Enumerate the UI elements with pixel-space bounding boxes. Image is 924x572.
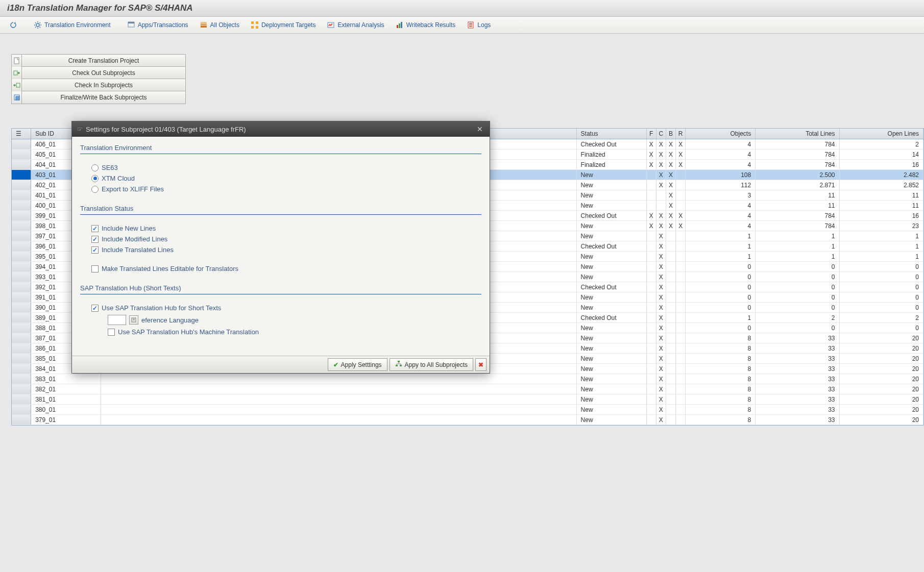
row-handle[interactable] (12, 364, 31, 374)
cell-b: X (666, 201, 675, 211)
chk-mod-row[interactable]: Include Modified Lines (80, 234, 481, 244)
row-handle[interactable] (12, 262, 31, 272)
table-row[interactable]: 383_01NewX83320 (12, 374, 923, 384)
checkbox-use-sth[interactable] (91, 305, 99, 312)
row-handle[interactable] (12, 333, 31, 343)
row-handle[interactable] (12, 150, 31, 160)
row-handle[interactable] (12, 241, 31, 252)
table-row[interactable]: 380_01NewX83320 (12, 405, 923, 415)
chk-sth-mt-label: Use SAP Translation Hub's Machine Transl… (118, 328, 259, 336)
chk-editable-row[interactable]: Make Translated Lines Editable for Trans… (80, 263, 481, 274)
cell-b (666, 374, 675, 384)
value-help-button[interactable] (129, 315, 138, 325)
checkbox-make-editable[interactable] (91, 265, 99, 272)
chk-sth-mt-row[interactable]: Use SAP Translation Hub's Machine Transl… (80, 327, 481, 337)
cell-total: 33 (756, 354, 839, 364)
row-handle[interactable] (12, 180, 31, 190)
tab-external-analysis[interactable]: External Analysis (323, 19, 388, 31)
cell-b: X (666, 180, 675, 190)
row-handle[interactable] (12, 231, 31, 241)
cell-total: 2.500 (756, 170, 839, 180)
row-handle[interactable] (12, 374, 31, 384)
checkin-subprojects-button[interactable]: Check In Subprojects (12, 79, 185, 91)
col-c[interactable]: C (656, 129, 666, 139)
table-row[interactable]: 381_01NewX83320 (12, 394, 923, 405)
cell-status: Checked Out (576, 282, 646, 292)
col-objects[interactable]: Objects (686, 129, 756, 139)
cell-status: New (576, 364, 646, 374)
create-project-button[interactable]: Create Translation Project (12, 55, 185, 67)
tab-writeback-results[interactable]: Writeback Results (392, 19, 459, 31)
row-handle[interactable] (12, 415, 31, 425)
cell-objects: 3 (686, 190, 756, 201)
cell-open: 1 (839, 241, 923, 252)
dialog-close-button[interactable]: ✕ (475, 125, 484, 134)
table-row[interactable]: 382_01NewX83320 (12, 384, 923, 394)
radio-se63-row[interactable]: SE63 (80, 162, 481, 173)
checkbox-include-translated[interactable] (91, 246, 99, 254)
checkbox-use-sth-mt[interactable] (108, 329, 115, 336)
col-r[interactable]: R (676, 129, 686, 139)
cell-f (646, 313, 656, 323)
col-open-lines[interactable]: Open Lines (839, 129, 923, 139)
row-handle[interactable] (12, 221, 31, 231)
radio-se63[interactable] (91, 164, 99, 171)
row-handle[interactable] (12, 211, 31, 221)
row-handle[interactable] (12, 303, 31, 313)
radio-xliff-row[interactable]: Export to XLIFF Files (80, 184, 481, 194)
row-handle[interactable] (12, 201, 31, 211)
chk-new-row[interactable]: Include New Lines (80, 223, 481, 234)
row-handle[interactable] (12, 394, 31, 405)
row-handle[interactable] (12, 384, 31, 394)
tab-logs[interactable]: Logs (463, 19, 495, 31)
cell-status: New (576, 394, 646, 405)
table-row[interactable]: 379_01NewX83320 (12, 415, 923, 425)
col-b[interactable]: B (666, 129, 675, 139)
cell-f (646, 241, 656, 252)
radio-xtm-row[interactable]: XTM Cloud (80, 173, 481, 184)
row-handle[interactable] (12, 354, 31, 364)
col-f[interactable]: F (646, 129, 656, 139)
row-handle[interactable] (12, 139, 31, 150)
tab-deployment-targets[interactable]: Deployment Targets (247, 19, 320, 31)
cell-status: New (576, 272, 646, 282)
dialog-titlebar[interactable]: ☞ Settings for Subproject 01/403 (Target… (72, 121, 490, 137)
tab-apps-transactions[interactable]: Apps/Transactions (123, 19, 192, 31)
row-handle[interactable] (12, 323, 31, 333)
col-status[interactable]: Status (576, 129, 646, 139)
col-total-lines[interactable]: Total Lines (756, 129, 839, 139)
row-handle[interactable] (12, 313, 31, 323)
checkbox-include-modified[interactable] (91, 236, 99, 243)
row-handle[interactable] (12, 343, 31, 354)
cell-objects: 8 (686, 405, 756, 415)
row-handle[interactable] (12, 190, 31, 201)
checkout-subprojects-button[interactable]: Check Out Subprojects (12, 67, 185, 79)
reference-language-input[interactable] (108, 315, 126, 325)
apply-all-subprojects-button[interactable]: Appy to All Subprojects (390, 358, 473, 371)
chk-trans-row[interactable]: Include Translated Lines (80, 244, 481, 255)
radio-export-xliff[interactable] (91, 186, 99, 193)
radio-xtm-cloud[interactable] (91, 175, 99, 182)
cell-status: New (576, 384, 646, 394)
checkbox-include-new[interactable] (91, 225, 99, 232)
refresh-button[interactable] (5, 19, 21, 31)
row-handle[interactable] (12, 252, 31, 262)
tab-translation-env[interactable]: Translation Environment (30, 19, 115, 31)
cell-b (666, 292, 675, 303)
table-select-all[interactable]: ☰ (12, 129, 31, 139)
row-handle[interactable] (12, 405, 31, 415)
apply-settings-button[interactable]: ✔ Apply Setttings (328, 358, 387, 371)
cancel-button[interactable]: ✖ (475, 358, 487, 371)
row-handle[interactable] (12, 292, 31, 303)
row-handle[interactable] (12, 170, 31, 180)
cell-objects: 8 (686, 384, 756, 394)
row-handle[interactable] (12, 272, 31, 282)
row-handle[interactable] (12, 282, 31, 292)
finalize-writeback-button[interactable]: Finalize/Write Back Subprojects (12, 91, 185, 104)
row-handle[interactable] (12, 160, 31, 170)
tab-all-objects[interactable]: All Objects (196, 19, 244, 31)
cell-open: 16 (839, 211, 923, 221)
cell-f (646, 190, 656, 201)
cell-c: X (656, 180, 666, 190)
chk-sth-row[interactable]: Use SAP Translation Hub for Short Texts (80, 303, 481, 313)
